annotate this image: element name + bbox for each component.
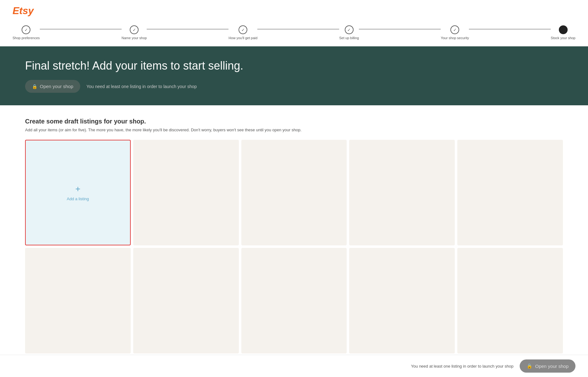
hero-title: Final stretch! Add your items to start s…: [25, 59, 563, 72]
listing-card: [241, 248, 347, 353]
checkmark-icon-3: ✓: [241, 28, 245, 32]
step-shop-security: ✓ Your shop security: [441, 25, 469, 40]
hero-note: You need at least one listing in order t…: [87, 84, 197, 89]
step-label-stock: Stock your shop: [551, 36, 575, 40]
main-content: Create some draft listings for your shop…: [0, 105, 588, 377]
progress-line-3: [257, 29, 339, 29]
progress-line-5: [469, 29, 551, 29]
open-shop-button-footer-label: Open your shop: [535, 364, 569, 369]
step-label-name-shop: Name your shop: [122, 36, 147, 40]
step-name-your-shop: ✓ Name your shop: [122, 25, 147, 40]
listing-card: [457, 248, 563, 353]
listing-card: [25, 248, 131, 353]
step-circle-how-paid: ✓: [239, 25, 247, 34]
open-shop-button-hero-label: Open your shop: [40, 84, 73, 89]
listing-grid: + Add a listing: [25, 140, 563, 377]
plus-icon: +: [75, 184, 80, 194]
progress-line-1: [40, 29, 122, 29]
step-circle-billing: ✓: [345, 25, 354, 34]
step-label-security: Your shop security: [441, 36, 469, 40]
step-set-up-billing: ✓ Set up billing: [339, 25, 359, 40]
listing-card: [133, 248, 239, 353]
step-label-shop-preferences: Shop preferences: [13, 36, 40, 40]
step-circle-name-shop: ✓: [130, 25, 139, 34]
listing-card: [133, 140, 239, 245]
lock-icon-hero: 🔒: [32, 84, 37, 89]
hero-actions: 🔒 Open your shop You need at least one l…: [25, 80, 563, 93]
footer-note: You need at least one listing in order t…: [411, 364, 513, 369]
hero-banner: Final stretch! Add your items to start s…: [0, 46, 588, 105]
header: Etsy ✓ Shop preferences ✓ Name your shop…: [0, 0, 588, 46]
listing-card: [457, 140, 563, 245]
step-label-how-paid: How you'll get paid: [228, 36, 257, 40]
listing-card: [349, 248, 455, 353]
checkmark-icon-2: ✓: [133, 28, 136, 32]
open-shop-button-hero[interactable]: 🔒 Open your shop: [25, 80, 80, 93]
listing-card: [349, 140, 455, 245]
open-shop-button-footer[interactable]: 🔒 Open your shop: [520, 359, 575, 373]
etsy-logo: Etsy: [13, 5, 34, 17]
listing-card: [241, 140, 347, 245]
step-circle-security: ✓: [450, 25, 459, 34]
step-how-paid: ✓ How you'll get paid: [228, 25, 257, 40]
progress-bar: ✓ Shop preferences ✓ Name your shop ✓ Ho…: [13, 22, 575, 46]
checkmark-icon: ✓: [24, 28, 28, 32]
step-circle-stock: [559, 25, 568, 34]
progress-line-2: [147, 29, 228, 29]
progress-line-4: [359, 29, 441, 29]
step-label-billing: Set up billing: [339, 36, 359, 40]
lock-icon-footer: 🔒: [527, 363, 533, 369]
checkmark-icon-5: ✓: [453, 28, 457, 32]
step-shop-preferences: ✓ Shop preferences: [13, 25, 40, 40]
add-listing-card[interactable]: + Add a listing: [25, 140, 131, 245]
checkmark-icon-4: ✓: [347, 28, 351, 32]
section-title: Create some draft listings for your shop…: [25, 118, 563, 125]
step-circle-shop-preferences: ✓: [22, 25, 30, 34]
footer-bar: You need at least one listing in order t…: [0, 355, 588, 377]
step-stock-shop: Stock your shop: [551, 25, 575, 40]
section-desc: Add all your items (or aim for five). Th…: [25, 128, 563, 132]
add-listing-label: Add a listing: [67, 196, 89, 201]
